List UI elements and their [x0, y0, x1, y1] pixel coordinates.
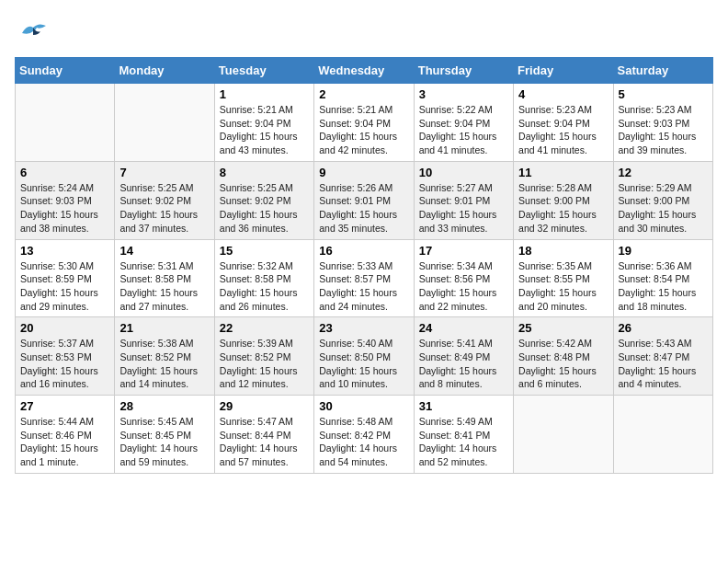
day-info: Sunrise: 5:39 AM Sunset: 8:52 PM Dayligh… — [220, 337, 309, 391]
calendar-cell: 20Sunrise: 5:37 AM Sunset: 8:53 PM Dayli… — [16, 317, 115, 396]
day-number: 19 — [619, 244, 708, 258]
day-number: 4 — [518, 87, 608, 101]
day-number: 5 — [619, 87, 708, 101]
day-number: 15 — [220, 244, 309, 258]
day-info: Sunrise: 5:30 AM Sunset: 8:59 PM Dayligh… — [20, 259, 109, 314]
weekday-tuesday: Tuesday — [214, 58, 313, 84]
weekday-monday: Monday — [115, 58, 214, 84]
day-info: Sunrise: 5:49 AM Sunset: 8:41 PM Dayligh… — [419, 415, 508, 469]
calendar-cell: 29Sunrise: 5:47 AM Sunset: 8:44 PM Dayli… — [214, 396, 313, 474]
day-number: 31 — [419, 399, 508, 413]
day-info: Sunrise: 5:29 AM Sunset: 9:00 PM Dayligh… — [619, 181, 708, 236]
day-number: 11 — [518, 166, 608, 179]
calendar-cell: 2Sunrise: 5:21 AM Sunset: 9:04 PM Daylig… — [314, 84, 414, 162]
logo — [15, 15, 50, 48]
day-number: 23 — [319, 321, 408, 335]
calendar-cell: 3Sunrise: 5:22 AM Sunset: 9:04 PM Daylig… — [414, 84, 513, 162]
week-row-1: 1Sunrise: 5:21 AM Sunset: 9:04 PM Daylig… — [16, 84, 713, 162]
day-info: Sunrise: 5:45 AM Sunset: 8:45 PM Dayligh… — [119, 415, 209, 469]
day-info: Sunrise: 5:34 AM Sunset: 8:56 PM Dayligh… — [419, 259, 508, 314]
weekday-sunday: Sunday — [16, 58, 115, 84]
weekday-header-row: SundayMondayTuesdayWednesdayThursdayFrid… — [16, 58, 713, 84]
day-info: Sunrise: 5:43 AM Sunset: 8:47 PM Dayligh… — [619, 337, 708, 391]
calendar-cell: 11Sunrise: 5:28 AM Sunset: 9:00 PM Dayli… — [514, 161, 613, 239]
day-number: 2 — [319, 87, 408, 101]
calendar-cell: 28Sunrise: 5:45 AM Sunset: 8:45 PM Dayli… — [115, 396, 214, 474]
day-number: 30 — [319, 399, 408, 413]
day-info: Sunrise: 5:27 AM Sunset: 9:01 PM Dayligh… — [419, 181, 508, 236]
week-row-2: 6Sunrise: 5:24 AM Sunset: 9:03 PM Daylig… — [16, 161, 713, 239]
calendar-cell: 12Sunrise: 5:29 AM Sunset: 9:00 PM Dayli… — [613, 161, 712, 239]
calendar-cell: 17Sunrise: 5:34 AM Sunset: 8:56 PM Dayli… — [414, 239, 513, 317]
day-info: Sunrise: 5:23 AM Sunset: 9:03 PM Dayligh… — [619, 103, 708, 157]
day-number: 3 — [419, 87, 508, 101]
day-info: Sunrise: 5:44 AM Sunset: 8:46 PM Dayligh… — [20, 415, 109, 469]
day-info: Sunrise: 5:21 AM Sunset: 9:04 PM Dayligh… — [319, 103, 408, 157]
day-number: 28 — [119, 399, 209, 413]
day-info: Sunrise: 5:25 AM Sunset: 9:02 PM Dayligh… — [119, 181, 209, 236]
day-number: 24 — [419, 321, 508, 335]
day-info: Sunrise: 5:41 AM Sunset: 8:49 PM Dayligh… — [419, 337, 508, 391]
weekday-thursday: Thursday — [414, 58, 513, 84]
day-info: Sunrise: 5:21 AM Sunset: 9:04 PM Dayligh… — [220, 103, 309, 157]
day-info: Sunrise: 5:35 AM Sunset: 8:55 PM Dayligh… — [518, 259, 608, 314]
calendar-cell: 22Sunrise: 5:39 AM Sunset: 8:52 PM Dayli… — [214, 317, 313, 396]
day-info: Sunrise: 5:24 AM Sunset: 9:03 PM Dayligh… — [20, 181, 109, 236]
calendar-cell: 9Sunrise: 5:26 AM Sunset: 9:01 PM Daylig… — [314, 161, 414, 239]
calendar-cell: 7Sunrise: 5:25 AM Sunset: 9:02 PM Daylig… — [115, 161, 214, 239]
calendar-cell: 5Sunrise: 5:23 AM Sunset: 9:03 PM Daylig… — [613, 84, 712, 162]
weekday-wednesday: Wednesday — [314, 58, 414, 84]
day-number: 20 — [20, 321, 109, 335]
day-number: 16 — [319, 244, 408, 258]
calendar-cell: 24Sunrise: 5:41 AM Sunset: 8:49 PM Dayli… — [414, 317, 513, 396]
day-info: Sunrise: 5:28 AM Sunset: 9:00 PM Dayligh… — [518, 181, 608, 236]
calendar-cell: 19Sunrise: 5:36 AM Sunset: 8:54 PM Dayli… — [613, 239, 712, 317]
day-number: 22 — [220, 321, 309, 335]
day-number: 27 — [20, 399, 109, 413]
calendar-cell — [514, 396, 613, 474]
calendar-cell: 26Sunrise: 5:43 AM Sunset: 8:47 PM Dayli… — [613, 317, 712, 396]
day-number: 12 — [619, 166, 708, 179]
day-number: 26 — [619, 321, 708, 335]
day-number: 8 — [220, 166, 309, 179]
day-info: Sunrise: 5:40 AM Sunset: 8:50 PM Dayligh… — [319, 337, 408, 391]
day-number: 1 — [220, 87, 309, 101]
calendar-cell: 21Sunrise: 5:38 AM Sunset: 8:52 PM Dayli… — [115, 317, 214, 396]
calendar-cell — [16, 84, 115, 162]
day-number: 18 — [518, 244, 608, 258]
logo-icon — [15, 15, 48, 48]
day-info: Sunrise: 5:33 AM Sunset: 8:57 PM Dayligh… — [319, 259, 408, 314]
day-number: 6 — [20, 166, 109, 179]
calendar-cell — [613, 396, 712, 474]
day-info: Sunrise: 5:31 AM Sunset: 8:58 PM Dayligh… — [119, 259, 209, 314]
day-number: 14 — [119, 244, 209, 258]
calendar-cell: 31Sunrise: 5:49 AM Sunset: 8:41 PM Dayli… — [414, 396, 513, 474]
calendar-cell: 8Sunrise: 5:25 AM Sunset: 9:02 PM Daylig… — [214, 161, 313, 239]
calendar-cell: 10Sunrise: 5:27 AM Sunset: 9:01 PM Dayli… — [414, 161, 513, 239]
calendar-cell: 14Sunrise: 5:31 AM Sunset: 8:58 PM Dayli… — [115, 239, 214, 317]
day-number: 7 — [119, 166, 209, 179]
calendar-cell: 1Sunrise: 5:21 AM Sunset: 9:04 PM Daylig… — [214, 84, 313, 162]
day-info: Sunrise: 5:42 AM Sunset: 8:48 PM Dayligh… — [518, 337, 608, 391]
calendar-cell: 18Sunrise: 5:35 AM Sunset: 8:55 PM Dayli… — [514, 239, 613, 317]
day-info: Sunrise: 5:22 AM Sunset: 9:04 PM Dayligh… — [419, 103, 508, 157]
calendar-cell: 13Sunrise: 5:30 AM Sunset: 8:59 PM Dayli… — [16, 239, 115, 317]
day-info: Sunrise: 5:47 AM Sunset: 8:44 PM Dayligh… — [220, 415, 309, 469]
day-number: 29 — [220, 399, 309, 413]
day-info: Sunrise: 5:37 AM Sunset: 8:53 PM Dayligh… — [20, 337, 109, 391]
day-info: Sunrise: 5:23 AM Sunset: 9:04 PM Dayligh… — [518, 103, 608, 157]
day-number: 21 — [119, 321, 209, 335]
calendar-table: SundayMondayTuesdayWednesdayThursdayFrid… — [15, 57, 713, 474]
calendar-cell: 25Sunrise: 5:42 AM Sunset: 8:48 PM Dayli… — [514, 317, 613, 396]
week-row-5: 27Sunrise: 5:44 AM Sunset: 8:46 PM Dayli… — [16, 396, 713, 474]
day-info: Sunrise: 5:25 AM Sunset: 9:02 PM Dayligh… — [220, 181, 309, 236]
day-info: Sunrise: 5:38 AM Sunset: 8:52 PM Dayligh… — [119, 337, 209, 391]
calendar-cell — [115, 84, 214, 162]
week-row-4: 20Sunrise: 5:37 AM Sunset: 8:53 PM Dayli… — [16, 317, 713, 396]
calendar-cell: 16Sunrise: 5:33 AM Sunset: 8:57 PM Dayli… — [314, 239, 414, 317]
calendar-cell: 6Sunrise: 5:24 AM Sunset: 9:03 PM Daylig… — [16, 161, 115, 239]
calendar-cell: 27Sunrise: 5:44 AM Sunset: 8:46 PM Dayli… — [16, 396, 115, 474]
calendar-cell: 30Sunrise: 5:48 AM Sunset: 8:42 PM Dayli… — [314, 396, 414, 474]
calendar-cell: 4Sunrise: 5:23 AM Sunset: 9:04 PM Daylig… — [514, 84, 613, 162]
weekday-saturday: Saturday — [613, 58, 712, 84]
